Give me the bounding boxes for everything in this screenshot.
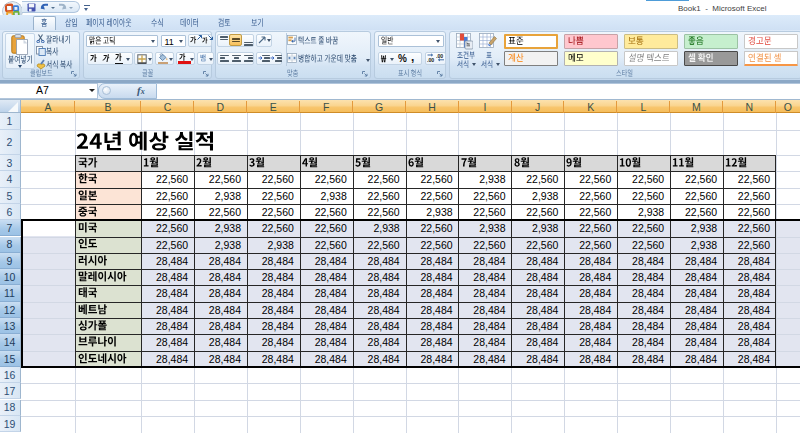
svg-text:.00: .00 [427,57,434,63]
svg-text:.00: .00 [436,53,443,59]
